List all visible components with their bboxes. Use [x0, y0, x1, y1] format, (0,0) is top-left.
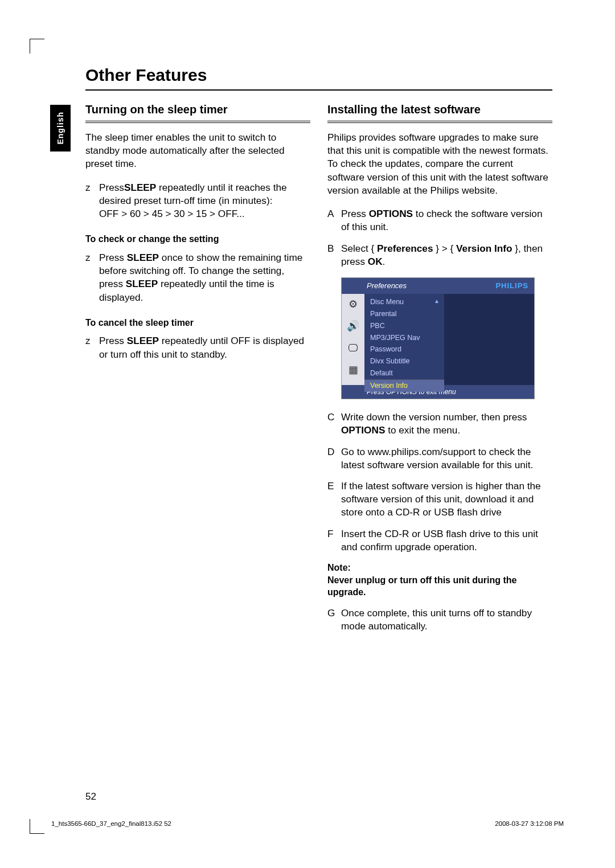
text: Once complete, this unit turns off to st… [341, 607, 552, 633]
page-number: 52 [85, 791, 96, 803]
note-block: Note: Never unplug or turn off this unit… [327, 562, 552, 599]
crop-mark-top-left [30, 39, 44, 54]
sleep-step-1: z PressSLEEP repeatedly until it reaches… [85, 181, 310, 221]
bullet-marker: z [85, 251, 99, 304]
menu-icon-column: ⚙ 🔊 🖵 ▦ [342, 294, 364, 385]
menu-item-disc-menu: Disc Menu▲ [364, 296, 444, 308]
text: Write down the version number, then pres… [341, 411, 527, 423]
key-options: OPTIONS [369, 208, 413, 219]
step-marker: D [327, 445, 341, 472]
step-b: B Select { Preferences } > { Version Inf… [327, 242, 552, 268]
subheading-check: To check or change the setting [85, 233, 310, 245]
text: Press [99, 335, 127, 346]
step-marker: G [327, 607, 341, 633]
step-c: C Write down the version number, then pr… [327, 411, 552, 437]
speaker-icon: 🔊 [347, 319, 359, 333]
menu-item-label: PBC [370, 322, 385, 330]
section-heading-sleep: Turning on the sleep timer [85, 102, 310, 123]
text: } > { [433, 243, 456, 254]
text: to exit the menu. [385, 424, 460, 436]
page-title: Other Features [85, 65, 552, 91]
menu-item-label: Version Info [370, 382, 408, 390]
footer-left: 1_hts3565-66D_37_eng2_final813.i52 52 [51, 820, 171, 827]
sleep-intro: The sleep timer enables the unit to swit… [85, 131, 310, 171]
menu-item-mp3jpeg: MP3/JPEG Nav [364, 332, 444, 344]
text: Press [99, 252, 127, 263]
step-d: D Go to www.philips.com/support to check… [327, 445, 552, 472]
key-sleep: SLEEP [126, 278, 158, 289]
software-intro: Philips provides software upgrades to ma… [327, 131, 552, 197]
right-column: Installing the latest software Philips p… [327, 102, 552, 641]
bullet-marker: z [85, 334, 99, 361]
menu-item-label: MP3/JPEG Nav [370, 334, 420, 342]
text: If the latest software version is higher… [341, 480, 552, 519]
key-sleep: SLEEP [127, 335, 159, 346]
menu-item-parental: Parental [364, 308, 444, 320]
text: Select { [341, 243, 377, 254]
key-options: OPTIONS [341, 424, 385, 436]
key-ok: OK [368, 256, 383, 267]
step-a: A Press OPTIONS to check the software ve… [327, 207, 552, 234]
text: . [383, 256, 386, 267]
brand-logo: PHILIPS [495, 281, 528, 291]
step-marker: C [327, 411, 341, 437]
key-sleep: SLEEP [127, 252, 159, 263]
content-area: Other Features Turning on the sleep time… [85, 65, 552, 641]
menu-item-pbc: PBC [364, 320, 444, 332]
menu-item-version-info: Version Info [364, 380, 444, 392]
menu-version-info: Version Info [456, 243, 512, 254]
step-marker: E [327, 480, 341, 519]
sleep-step-2: z Press SLEEP once to show the remaining… [85, 251, 310, 304]
menu-title: Preferences [367, 281, 407, 291]
note-text: Never unplug or turn off this unit durin… [327, 574, 552, 599]
menu-preferences: Preferences [377, 243, 433, 254]
subheading-cancel: To cancel the sleep timer [85, 317, 310, 329]
preferences-menu-figure: Preferences PHILIPS ⚙ 🔊 🖵 ▦ Disc Menu▲ P… [341, 277, 535, 399]
text: Press [341, 208, 369, 219]
footer-right: 2008-03-27 3:12:08 PM [495, 820, 564, 827]
text: Press [99, 182, 124, 193]
display-icon: 🖵 [348, 341, 358, 355]
step-marker: A [327, 207, 341, 234]
note-label: Note: [327, 562, 552, 574]
arrow-up-icon: ▲ [434, 297, 440, 305]
step-g: G Once complete, this unit turns off to … [327, 607, 552, 633]
menu-item-label: Divx Subtitle [370, 357, 409, 365]
language-tab-label: English [56, 112, 65, 145]
language-tab: English [50, 105, 71, 152]
settings-icon: ⚙ [348, 297, 358, 311]
section-heading-software: Installing the latest software [327, 102, 552, 123]
menu-item-default: Default [364, 367, 444, 380]
menu-list: Disc Menu▲ Parental PBC MP3/JPEG Nav Pas… [364, 294, 444, 385]
text: Go to www.philips.com/support to check t… [341, 445, 552, 472]
menu-item-label: Password [370, 345, 401, 353]
menu-item-divx: Divx Subtitle [364, 355, 444, 367]
crop-mark-bottom-left [30, 819, 44, 834]
menu-item-label: Parental [370, 310, 397, 318]
grid-icon: ▦ [348, 363, 358, 376]
menu-detail-pane [444, 294, 534, 385]
left-column: Turning on the sleep timer The sleep tim… [85, 102, 310, 641]
step-marker: B [327, 242, 341, 268]
text: Insert the CD-R or USB ﬂash drive to thi… [341, 527, 552, 554]
sleep-sequence: OFF > 60 > 45 > 30 > 15 > OFF... [99, 208, 245, 219]
menu-item-password: Password [364, 343, 444, 355]
key-sleep: SLEEP [124, 182, 156, 193]
step-e: E If the latest software version is high… [327, 480, 552, 519]
menu-item-label: Default [370, 369, 393, 377]
step-marker: F [327, 527, 341, 554]
bullet-marker: z [85, 181, 99, 221]
sleep-step-3: z Press SLEEP repeatedly until OFF is di… [85, 334, 310, 361]
step-f: F Insert the CD-R or USB ﬂash drive to t… [327, 527, 552, 554]
menu-item-label: Disc Menu [370, 298, 404, 306]
